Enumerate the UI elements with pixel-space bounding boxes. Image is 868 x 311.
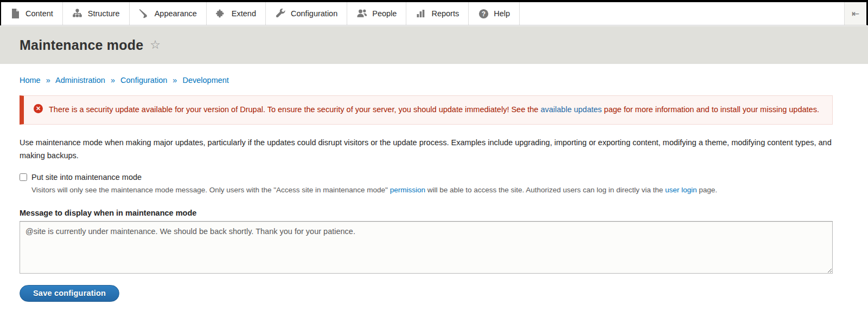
window-left-edge [0,0,1,25]
svg-text:?: ? [482,10,486,17]
toolbar-tab-help[interactable]: ? Help [469,2,520,25]
main-content: Home » Administration » Configuration » … [0,64,868,302]
maintenance-intro-text: Use maintenance mode when making major u… [20,137,833,161]
toolbar-tab-label: Appearance [155,9,197,18]
maintenance-mode-checkbox-label[interactable]: Put site into maintenance mode [31,173,142,182]
toolbar-tab-label: Extend [232,9,256,18]
admin-toolbar: Content Structure Appearance Extend Conf… [0,2,868,25]
toolbar-tab-content[interactable]: Content [0,2,63,25]
checkbox-desc-part1: Visitors will only see the maintenance m… [31,186,390,194]
available-updates-link[interactable]: available updates [540,105,602,114]
bar-chart-icon [416,8,426,19]
toolbar-tab-configuration[interactable]: Configuration [266,2,347,25]
breadcrumb-link-configuration[interactable]: Configuration [120,76,167,85]
breadcrumb-separator: » [173,76,177,85]
sitemap-icon [72,8,83,19]
toolbar-tab-appearance[interactable]: Appearance [130,2,207,25]
checkbox-desc-part3: page. [697,186,717,194]
error-text-before: There is a security update available for… [49,105,540,114]
help-icon: ? [478,8,489,19]
checkbox-desc-part2: will be able to access the site. Authori… [425,186,665,194]
breadcrumb-separator: » [111,76,115,85]
file-icon [10,8,21,19]
breadcrumb-separator: » [46,76,50,85]
people-icon [356,8,367,19]
error-message-box: ✕ There is a security update available f… [20,95,833,125]
page-title: Maintenance mode [20,37,143,53]
toolbar-tab-label: People [372,9,397,18]
toolbar-tab-reports[interactable]: Reports [406,2,469,25]
breadcrumb-link-administration[interactable]: Administration [55,76,105,85]
toolbar-tab-extend[interactable]: Extend [207,2,266,25]
message-field-label: Message to display when in maintenance m… [20,209,833,217]
toolbar-spacer [520,2,844,25]
breadcrumb: Home » Administration » Configuration » … [20,76,833,85]
paintbrush-icon [139,8,150,19]
orient-vertical-icon: ⇤ [852,8,859,20]
star-favorite-icon[interactable]: ☆ [150,39,161,51]
toolbar-tab-label: Configuration [291,9,337,18]
error-text-after: page for more information and to install… [602,105,819,114]
toolbar-tab-label: Help [494,9,510,18]
save-configuration-button[interactable]: Save configuration [20,285,119,302]
wrench-icon [275,8,286,19]
maintenance-mode-checkbox[interactable] [20,173,27,181]
puzzle-icon [216,8,227,19]
maintenance-message-textarea[interactable]: @site is currently under maintenance. We… [20,221,833,274]
breadcrumb-link-development[interactable]: Development [182,76,228,85]
maintenance-mode-checkbox-row: Put site into maintenance mode [20,173,833,182]
toolbar-tab-label: Content [25,9,53,18]
page-header-band: Maintenance mode ☆ [0,26,868,64]
toolbar-orientation-toggle-button[interactable]: ⇤ [844,2,866,25]
toolbar-tab-label: Reports [431,9,459,18]
permission-link[interactable]: permission [390,186,425,194]
user-login-link[interactable]: user login [665,186,697,194]
toolbar-tab-structure[interactable]: Structure [63,2,130,25]
toolbar-tab-people[interactable]: People [347,2,406,25]
breadcrumb-link-home[interactable]: Home [20,76,41,85]
error-circle-x-icon: ✕ [34,104,43,113]
toolbar-tab-label: Structure [88,9,120,18]
maintenance-mode-checkbox-description: Visitors will only see the maintenance m… [31,185,833,196]
window-top-edge [0,0,868,2]
